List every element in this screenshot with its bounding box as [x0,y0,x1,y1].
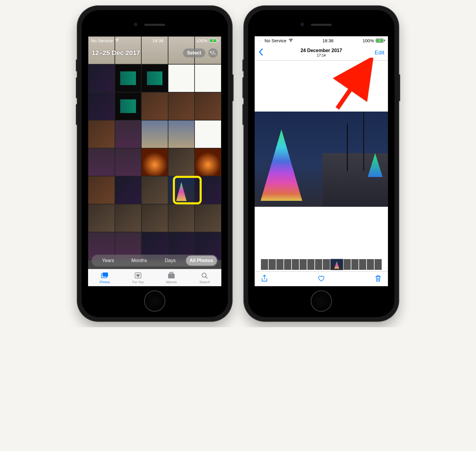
photo-thumbnail[interactable] [115,204,142,232]
share-button[interactable] [261,275,268,284]
photo-grid[interactable] [88,36,221,269]
wifi-icon [288,38,293,43]
photo-thumbnail[interactable] [141,92,168,120]
battery-percent: 100% [363,38,374,43]
scrubber-thumbnail[interactable] [367,259,374,270]
search-icon [201,272,209,280]
iphone-right: ∙∙∙∙ No Service 18:38 100% ⚡ 24 [244,6,399,321]
highlight-annotation [173,176,202,204]
photo-thumbnail[interactable] [88,64,115,92]
svg-rect-3 [168,274,174,278]
scrubber-thumbnail[interactable] [359,259,366,270]
battery-percent: 100% [196,38,207,43]
photo-thumbnail[interactable] [88,92,115,120]
scrubber-thumbnail[interactable] [292,259,299,270]
photo-thumbnail[interactable] [168,204,195,232]
iphone-left: No Service 18:38 100% ⚡ 12–25 Dec 2017 S… [77,6,232,321]
photo-thumbnail[interactable] [141,64,168,92]
select-button[interactable]: Select [183,48,205,57]
scrubber-thumbnail[interactable] [315,259,322,270]
scrubber-thumbnail[interactable] [331,259,343,270]
photo-thumbnail[interactable] [88,120,115,148]
battery-icon: ⚡ [376,39,385,43]
photo-thumbnail[interactable] [141,176,168,204]
scrubber-thumbnail[interactable] [261,259,268,270]
wifi-icon [115,38,120,43]
segment-days[interactable]: Days [155,256,186,266]
photo-thumbnail[interactable] [141,120,168,148]
status-bar: No Service 18:38 100% ⚡ [88,36,221,45]
segment-months[interactable]: Months [124,256,155,266]
home-button[interactable] [144,290,165,312]
segment-years[interactable]: Years [93,256,124,266]
photo-thumbnail[interactable] [115,120,142,148]
view-segmented-control[interactable]: YearsMonthsDaysAll Photos [92,255,218,267]
segment-all-photos[interactable]: All Photos [186,256,217,266]
photo-thumbnail[interactable] [115,64,142,92]
zoom-toggle-button[interactable]: ⁺⁄₋ [208,48,218,58]
battery-icon: ⚡ [209,39,218,43]
photo-thumbnail[interactable] [115,92,142,120]
clock-label: 18:38 [152,38,164,43]
photo-thumbnail[interactable] [195,64,221,92]
svg-rect-1 [103,273,108,277]
photo-thumbnail[interactable] [88,148,115,176]
favorite-button[interactable] [317,275,325,284]
photo-thumbnail[interactable] [88,204,115,232]
photo-viewer[interactable] [255,112,388,207]
nav-bar: 24 December 2017 17:14 Edit [255,45,388,61]
thumbnail-scrubber[interactable] [255,258,388,271]
scrubber-thumbnail[interactable] [284,259,291,270]
scrubber-thumbnail[interactable] [300,259,307,270]
photo-thumbnail[interactable] [168,92,195,120]
photo-thumbnail[interactable] [88,176,115,204]
tab-photos[interactable]: Photos [88,269,121,286]
back-button[interactable] [258,48,264,57]
tab-bar: PhotosFor YouAlbumsSearch [88,269,221,286]
tab-albums[interactable]: Albums [155,269,188,286]
home-button[interactable] [311,290,332,312]
date-range-title: 12–25 Dec 2017 [92,49,140,57]
photo-thumbnail[interactable] [168,148,195,176]
scrubber-thumbnail[interactable] [323,259,330,270]
photo-thumbnail[interactable] [141,204,168,232]
scrubber-thumbnail[interactable] [276,259,284,270]
scrubber-thumbnail[interactable] [269,259,276,270]
scrubber-thumbnail[interactable] [351,259,358,270]
photo-time-subtitle: 17:14 [255,53,388,57]
photos-grid-screen: No Service 18:38 100% ⚡ 12–25 Dec 2017 S… [88,36,221,286]
carrier-label: No Service [91,38,113,43]
albums-icon [167,272,175,280]
photo-thumbnail[interactable] [115,148,142,176]
carrier-label: No Service [264,38,286,43]
scrubber-thumbnail[interactable] [375,259,382,270]
scrubber-thumbnail[interactable] [307,259,314,270]
photo-thumbnail[interactable] [195,148,221,176]
status-bar: ∙∙∙∙ No Service 18:38 100% ⚡ [255,36,388,45]
delete-button[interactable] [374,275,382,284]
photo-date-title: 24 December 2017 [255,48,388,53]
photo-thumbnail[interactable] [168,64,195,92]
edit-button[interactable]: Edit [375,49,384,56]
svg-line-7 [206,277,207,278]
photo-thumbnail[interactable] [168,120,195,148]
tab-search[interactable]: Search [188,269,221,286]
photo-thumbnail[interactable] [141,148,168,176]
photo-thumbnail[interactable] [115,176,142,204]
clock-label: 18:38 [322,38,333,43]
photo-detail-screen: ∙∙∙∙ No Service 18:38 100% ⚡ 24 [255,36,388,286]
photo-thumbnail[interactable] [195,120,221,148]
bottom-toolbar [255,271,388,286]
photo-thumbnail[interactable] [195,204,221,232]
scrubber-thumbnail[interactable] [344,259,351,270]
photos-icon [101,272,109,280]
svg-point-6 [202,273,206,277]
heart-square-icon [134,272,142,280]
tab-for-you[interactable]: For You [121,269,155,286]
photo-thumbnail[interactable] [195,92,221,120]
